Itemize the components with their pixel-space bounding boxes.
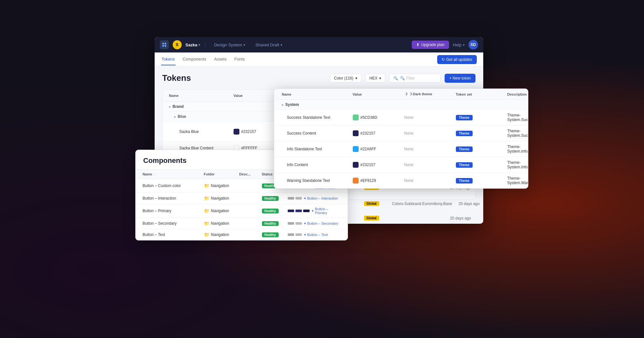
tab-fonts[interactable]: Fonts [234, 53, 245, 65]
overlay-col-description: Description [505, 89, 528, 99]
new-token-button[interactable]: + New token [445, 74, 475, 83]
tab-tokens[interactable]: Tokens [161, 53, 176, 65]
overlay-cell-value: #EF8129 [350, 174, 402, 187]
shared-draft-chevron-icon: ▾ [281, 43, 282, 47]
overlay-cell-value: #5CD38D [350, 111, 402, 124]
design-system-tab[interactable]: Design System ▾ [211, 41, 248, 49]
color-filter-dropdown[interactable]: Color (116) ▾ [330, 74, 361, 83]
svg-rect-3 [165, 45, 166, 47]
comp-cell-name: Button – Custom color [141, 181, 202, 191]
background-token-row-2: Global Colors-Subbrand.Euromiliony.Base … [364, 201, 480, 206]
comp-cell-status: Healthy [260, 230, 286, 240]
user-avatar[interactable]: SD [468, 40, 478, 50]
figma-dot [288, 197, 294, 200]
sub-nav: Tokens Components Assets Fonts ↻ Get all… [155, 52, 483, 67]
comp-cell-desc [237, 221, 260, 226]
overlay-cell-token-set: Theme [453, 112, 505, 124]
help-button[interactable]: Help ▾ [453, 42, 465, 47]
overlay-cell-name: Warning Standalone Text [279, 175, 350, 186]
tab-assets[interactable]: Assets [213, 53, 227, 65]
brand-name[interactable]: Sazka ▾ [186, 42, 200, 47]
upgrade-button[interactable]: ⬆ Upgrade plan [412, 41, 449, 49]
cell-value: #232157 [231, 126, 276, 138]
list-item[interactable]: Button – Text 📁 Navigation Healthy ✦ But… [136, 229, 348, 240]
figma-dot [295, 222, 302, 225]
tokens-header: Tokens Color (116) ▾ HEX ▾ 🔍 🔍 Filter + … [162, 73, 476, 83]
comp-cell-folder: 📁 Navigation [202, 193, 237, 204]
shared-draft-tab[interactable]: Shared Draft ▾ [252, 41, 285, 49]
system-group-chevron-icon: ▸ [282, 103, 284, 107]
comp-cell-figma: ✦ Button – Secondary [286, 219, 342, 229]
overlay-row: Info Standalone Text #22A6FF None Theme … [274, 141, 528, 157]
comp-cell-desc [237, 183, 260, 189]
last-edited-text-3: 20 days ago [450, 216, 471, 221]
list-item[interactable]: Button – Secondary 📁 Navigation Healthy … [136, 218, 348, 229]
list-item[interactable]: Button – Interaction 📁 Navigation Health… [136, 193, 348, 204]
figma-icon: ✦ [303, 196, 306, 201]
top-nav: S Sazka ▾ Design System ▾ Shared Draft ▾… [155, 37, 483, 52]
help-chevron-icon: ▾ [463, 43, 465, 47]
comp-col-folder: Folder [202, 170, 237, 179]
brand-chevron-icon: ▾ [198, 43, 200, 47]
overlay-cell-dark-theme: None [402, 144, 453, 155]
color-swatch [353, 162, 359, 168]
color-swatch [353, 115, 359, 120]
overlay-cell-value: #232157 [350, 159, 402, 171]
list-item[interactable]: Button – Primary 📁 Navigation Healthy ✦ … [136, 204, 348, 218]
folder-icon: 📁 [204, 196, 209, 201]
hex-chevron-icon: ▾ [379, 76, 381, 80]
overlay-cell-dark-theme: None [402, 159, 453, 170]
figma-preview [288, 233, 302, 236]
comp-cell-name: Button – Secondary [141, 218, 202, 229]
hex-filter-dropdown[interactable]: HEX ▾ [365, 74, 386, 83]
get-updates-button[interactable]: ↻ Get all updates [437, 55, 476, 64]
figma-link[interactable]: ✦ Button – Primary [311, 207, 341, 215]
comp-cell-figma: ✦ Button – Text [286, 230, 342, 240]
overlay-cell-name: Info Content [279, 159, 350, 170]
overlay-cell-description: Theme-System.Info.Text [505, 141, 528, 157]
upgrade-icon: ⬆ [416, 42, 419, 47]
figma-dot [288, 233, 294, 236]
overlay-group-system[interactable]: ▸ System [274, 100, 528, 110]
figma-dot [303, 210, 310, 212]
folder-icon: 📁 [204, 208, 209, 213]
overlay-cell-dark-theme: None [402, 128, 453, 139]
overlay-cell-value: #22A6FF [350, 143, 402, 155]
col-value: Value [231, 90, 276, 101]
overlay-cell-token-set: Theme [453, 127, 505, 139]
folder-icon: 📁 [204, 232, 209, 237]
comp-cell-name: Button – Text [141, 230, 202, 240]
overlay-col-dark-theme: ☽ ☽ Dark theme [402, 89, 453, 99]
comp-cell-folder: 📁 Navigation [202, 205, 237, 216]
overlay-cell-description: Theme-System.Warning.Text [505, 173, 528, 188]
overlay-cell-token-set: Theme [453, 143, 505, 155]
overlay-cell-name: Info Standalone Text [279, 144, 350, 155]
folder-icon: 📁 [204, 221, 209, 226]
overlay-cell-name: Success Content [279, 128, 350, 139]
overlay-table-header: Name Value ☽ ☽ Dark theme Token set Desc… [274, 89, 528, 100]
comp-cell-figma: ✦ Button – Interaction [286, 193, 342, 203]
figma-dot [295, 210, 302, 212]
figma-preview [288, 210, 310, 212]
figma-link[interactable]: ✦ Button – Secondary [303, 221, 339, 226]
tab-components[interactable]: Components [182, 53, 207, 65]
filter-input[interactable]: 🔍 🔍 Filter [389, 74, 441, 83]
last-edited-text-2: 20 days ago [458, 202, 479, 206]
grid-icon[interactable] [160, 40, 169, 49]
comp-cell-desc [237, 195, 260, 201]
comp-cell-status: Healthy [260, 218, 286, 229]
figma-link[interactable]: ✦ Button – Interaction [303, 196, 338, 201]
moon-icon: ☽ [404, 92, 408, 96]
color-swatch [234, 129, 239, 135]
brand-logo: S [173, 40, 182, 49]
figma-link[interactable]: ✦ Button – Text [303, 233, 328, 237]
sort-icon[interactable]: ↓ [153, 173, 155, 176]
figma-icon: ✦ [303, 233, 306, 237]
figma-dot [288, 222, 294, 225]
comp-cell-folder: 📁 Navigation [202, 180, 237, 191]
color-swatch [353, 146, 359, 152]
comp-cell-figma: ✦ Button – Primary [286, 204, 342, 218]
svg-rect-2 [162, 45, 164, 47]
cell-name: Sazka Blue [167, 126, 231, 137]
description-text: Colors-Subbrand.Euromiliony.Base [392, 202, 452, 206]
